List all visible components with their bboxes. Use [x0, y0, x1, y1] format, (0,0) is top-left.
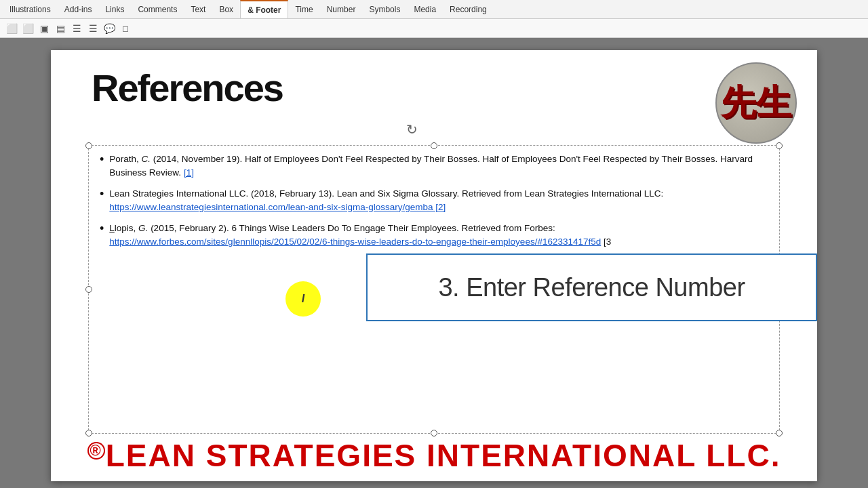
tab-symbols[interactable]: Symbols	[362, 3, 407, 16]
tab-addins[interactable]: Add-ins	[58, 3, 99, 16]
footer-area: ®Lean Strategies International LLC.	[51, 430, 817, 481]
ref-bullet-1: •	[100, 152, 104, 179]
registered-mark: ®	[87, 442, 105, 460]
ref-item-2: • Lean Strategies International LLC. (20…	[100, 187, 768, 214]
tab-recording[interactable]: Recording	[443, 3, 494, 16]
tab-links[interactable]: Links	[98, 3, 131, 16]
handle-tl[interactable]	[85, 142, 92, 149]
slide-title: References	[92, 69, 283, 107]
tab-text[interactable]: Text	[184, 3, 212, 16]
logo-circle: 先生	[715, 62, 797, 144]
handle-tr[interactable]	[776, 142, 783, 149]
ref-number-text: 3. Enter Reference Number	[438, 273, 745, 302]
rotate-handle[interactable]: ↻	[406, 121, 418, 138]
toolbar-btn-2[interactable]: ⬜	[20, 21, 35, 36]
tab-illustrations[interactable]: Illustrations	[3, 3, 58, 16]
toolbar-btn-3[interactable]: ▣	[37, 21, 52, 36]
kanji-text: 先生	[721, 79, 791, 127]
toolbar-btn-7[interactable]: 💬	[102, 21, 117, 36]
toolbar-btn-6[interactable]: ☰	[85, 21, 100, 36]
tab-box[interactable]: Box	[212, 3, 240, 16]
ref-text-1: Porath, C. (2014, November 19). Half of …	[109, 152, 768, 179]
ref-link-2[interactable]: https://www.leanstrategiesinternational.…	[109, 202, 446, 212]
toolbar-btn-8[interactable]: ◻	[118, 21, 133, 36]
ref-text-2: Lean Strategies International LLC. (2018…	[109, 187, 768, 214]
ref-bullet-3: •	[100, 222, 104, 248]
tab-media[interactable]: Media	[407, 3, 443, 16]
handle-tm[interactable]	[431, 142, 437, 149]
ref-text-3: Llopis, G. (2015, February 2). 6 Things …	[109, 222, 768, 248]
tab-number[interactable]: Number	[320, 3, 363, 16]
references-list: • Porath, C. (2014, November 19). Half o…	[89, 146, 779, 263]
ref-number-box[interactable]: 3. Enter Reference Number	[366, 253, 817, 321]
ref-link-3[interactable]: https://www.forbes.com/sites/glennllopis…	[109, 237, 601, 247]
tab-comments[interactable]: Comments	[131, 3, 184, 16]
toolbar-btn-4[interactable]: ▤	[53, 21, 68, 36]
toolbar-btn-1[interactable]: ⬜	[4, 21, 19, 36]
slide: References 先生 ↻ • Por	[51, 50, 817, 481]
ref-item-1: • Porath, C. (2014, November 19). Half o…	[100, 152, 768, 179]
handle-ml[interactable]	[85, 286, 92, 293]
toolbar-btn-5[interactable]: ☰	[69, 21, 84, 36]
ref-bullet-2: •	[100, 187, 104, 214]
tab-footer[interactable]: & Footer	[240, 0, 288, 18]
cursor-indicator: I	[285, 281, 321, 317]
ref-item-3: • Llopis, G. (2015, February 2). 6 Thing…	[100, 222, 768, 248]
footer-brand-text: ®Lean Strategies International LLC.	[87, 437, 781, 474]
tab-time[interactable]: Time	[288, 3, 319, 16]
